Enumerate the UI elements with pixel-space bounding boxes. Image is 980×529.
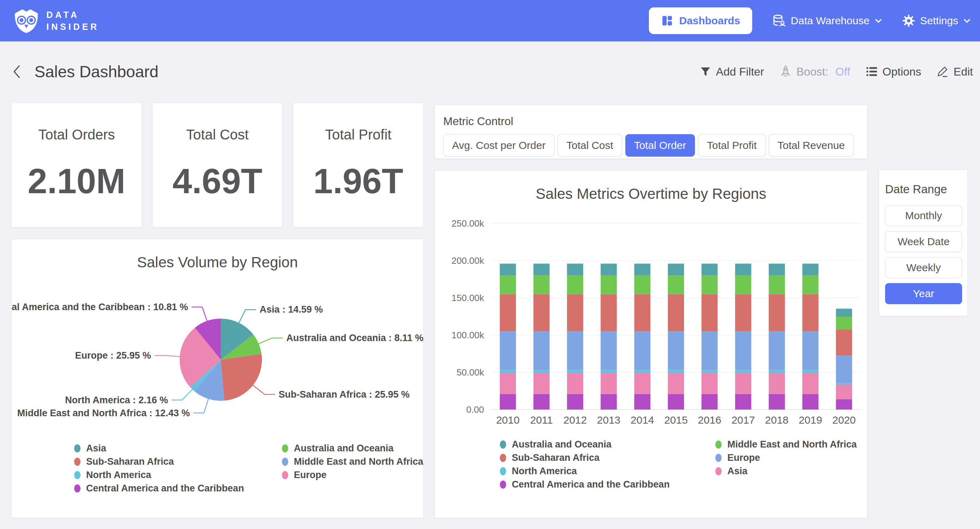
- legend-item-asia[interactable]: Asia: [74, 442, 240, 455]
- bar-segment-asia-2012[interactable]: [567, 373, 583, 394]
- metric-option-total-profit[interactable]: Total Profit: [698, 134, 765, 157]
- bar-segment-sub-saharan-africa-2010[interactable]: [500, 294, 516, 331]
- bar-segment-middle-east-and-north-africa-2020[interactable]: [836, 317, 852, 329]
- bar-segment-north-america-2020[interactable]: [836, 383, 852, 385]
- nav-data-warehouse-button[interactable]: Data Warehouse: [772, 14, 882, 28]
- bar-segment-north-america-2013[interactable]: [601, 370, 617, 373]
- bar-segment-asia-2010[interactable]: [500, 373, 516, 394]
- bar-segment-north-america-2016[interactable]: [702, 370, 718, 373]
- bar-segment-central-america-and-the-caribbean-2019[interactable]: [802, 394, 819, 410]
- bar-segment-asia-2017[interactable]: [735, 373, 751, 394]
- bar-segment-australia-and-oceania-2012[interactable]: [567, 264, 583, 276]
- bar-segment-central-america-and-the-caribbean-2020[interactable]: [836, 399, 852, 410]
- bar-segment-sub-saharan-africa-2020[interactable]: [836, 329, 852, 356]
- bar-segment-central-america-and-the-caribbean-2012[interactable]: [567, 394, 583, 410]
- bar-segment-asia-2019[interactable]: [802, 373, 819, 394]
- bar-segment-central-america-and-the-caribbean-2010[interactable]: [500, 394, 516, 410]
- metric-option-total-revenue[interactable]: Total Revenue: [769, 134, 854, 157]
- bar-segment-australia-and-oceania-2018[interactable]: [769, 264, 785, 276]
- bar-segment-central-america-and-the-caribbean-2013[interactable]: [601, 394, 617, 410]
- bar-segment-middle-east-and-north-africa-2013[interactable]: [601, 275, 617, 294]
- bar-segment-europe-2017[interactable]: [735, 331, 751, 370]
- add-filter-button[interactable]: Add Filter: [700, 65, 764, 78]
- boost-toggle[interactable]: Boost:Off: [780, 65, 850, 78]
- bar-segment-north-america-2017[interactable]: [735, 370, 751, 373]
- bar-segment-australia-and-oceania-2017[interactable]: [735, 264, 751, 276]
- bar-segment-sub-saharan-africa-2015[interactable]: [668, 294, 684, 331]
- date-range-option-monthly[interactable]: Monthly: [885, 205, 962, 226]
- back-button[interactable]: [11, 64, 22, 79]
- bar-segment-australia-and-oceania-2014[interactable]: [634, 264, 650, 276]
- bar-segment-middle-east-and-north-africa-2012[interactable]: [567, 275, 583, 294]
- legend-item-sub-saharan-africa[interactable]: Sub-Saharan Africa: [500, 451, 670, 464]
- date-range-option-year[interactable]: Year: [885, 283, 962, 304]
- legend-item-australia-and-oceania[interactable]: Australia and Oceania: [282, 442, 423, 455]
- bar-segment-central-america-and-the-caribbean-2017[interactable]: [735, 394, 751, 410]
- metric-option-total-cost[interactable]: Total Cost: [557, 134, 622, 157]
- legend-item-central-america-and-the-caribbean[interactable]: Central America and the Caribbean: [74, 481, 240, 495]
- bar-segment-middle-east-and-north-africa-2010[interactable]: [500, 275, 516, 294]
- bar-segment-middle-east-and-north-africa-2017[interactable]: [735, 275, 751, 294]
- metric-option-avg-cost-per-order[interactable]: Avg. Cost per Order: [443, 134, 554, 157]
- date-range-option-weekly[interactable]: Weekly: [885, 257, 962, 278]
- bar-segment-europe-2019[interactable]: [802, 331, 819, 370]
- bar-segment-central-america-and-the-caribbean-2011[interactable]: [534, 394, 550, 410]
- metric-option-total-order[interactable]: Total Order: [625, 134, 695, 157]
- legend-item-asia[interactable]: Asia: [715, 464, 857, 478]
- bar-segment-north-america-2018[interactable]: [769, 370, 785, 373]
- date-range-option-week-date[interactable]: Week Date: [885, 231, 962, 252]
- legend-item-europe[interactable]: Europe: [282, 468, 423, 481]
- bar-segment-europe-2013[interactable]: [601, 331, 617, 370]
- bar-segment-sub-saharan-africa-2011[interactable]: [534, 294, 550, 331]
- bar-segment-north-america-2014[interactable]: [634, 370, 650, 373]
- bar-segment-australia-and-oceania-2010[interactable]: [500, 264, 516, 276]
- bar-segment-asia-2018[interactable]: [769, 373, 785, 394]
- bar-segment-australia-and-oceania-2013[interactable]: [601, 264, 617, 276]
- bar-segment-europe-2016[interactable]: [702, 331, 718, 370]
- bar-segment-north-america-2019[interactable]: [802, 370, 819, 373]
- bar-segment-middle-east-and-north-africa-2016[interactable]: [702, 275, 718, 294]
- bar-segment-north-america-2015[interactable]: [668, 370, 684, 373]
- bar-segment-middle-east-and-north-africa-2014[interactable]: [634, 275, 650, 294]
- bar-segment-europe-2020[interactable]: [836, 356, 852, 383]
- bar-segment-sub-saharan-africa-2017[interactable]: [735, 294, 751, 331]
- legend-item-middle-east-and-north-africa[interactable]: Middle East and North Africa: [282, 455, 423, 468]
- bar-segment-europe-2014[interactable]: [634, 331, 650, 370]
- bar-segment-australia-and-oceania-2016[interactable]: [702, 264, 718, 276]
- bar-segment-europe-2012[interactable]: [567, 331, 583, 370]
- bar-segment-sub-saharan-africa-2019[interactable]: [802, 294, 819, 331]
- edit-button[interactable]: Edit: [937, 65, 973, 78]
- legend-item-australia-and-oceania[interactable]: Australia and Oceania: [500, 438, 670, 451]
- bar-segment-sub-saharan-africa-2016[interactable]: [702, 294, 718, 331]
- bar-segment-central-america-and-the-caribbean-2018[interactable]: [769, 394, 785, 410]
- legend-item-north-america[interactable]: North America: [74, 468, 240, 481]
- bar-segment-australia-and-oceania-2019[interactable]: [802, 264, 819, 276]
- bar-segment-europe-2018[interactable]: [769, 331, 785, 370]
- bar-segment-sub-saharan-africa-2013[interactable]: [601, 294, 617, 331]
- bar-segment-middle-east-and-north-africa-2018[interactable]: [769, 275, 785, 294]
- bar-segment-asia-2016[interactable]: [702, 373, 718, 394]
- bar-segment-asia-2020[interactable]: [836, 385, 852, 399]
- bar-segment-sub-saharan-africa-2018[interactable]: [769, 294, 785, 331]
- legend-item-north-america[interactable]: North America: [500, 464, 670, 478]
- bar-segment-asia-2013[interactable]: [601, 373, 617, 394]
- bar-segment-north-america-2011[interactable]: [534, 370, 550, 373]
- options-button[interactable]: Options: [866, 65, 921, 78]
- bar-segment-europe-2011[interactable]: [534, 331, 550, 370]
- bar-segment-north-america-2010[interactable]: [500, 370, 516, 373]
- legend-item-central-america-and-the-caribbean[interactable]: Central America and the Caribbean: [500, 478, 670, 491]
- bar-segment-asia-2011[interactable]: [534, 373, 550, 394]
- bar-segment-australia-and-oceania-2020[interactable]: [836, 309, 852, 317]
- bar-segment-asia-2014[interactable]: [634, 373, 650, 394]
- bar-segment-north-america-2012[interactable]: [567, 370, 583, 373]
- bar-segment-central-america-and-the-caribbean-2015[interactable]: [668, 394, 684, 410]
- bar-segment-europe-2010[interactable]: [500, 331, 516, 370]
- legend-item-sub-saharan-africa[interactable]: Sub-Saharan Africa: [74, 455, 240, 468]
- legend-item-middle-east-and-north-africa[interactable]: Middle East and North Africa: [715, 438, 857, 451]
- bar-segment-europe-2015[interactable]: [668, 331, 684, 370]
- bar-segment-central-america-and-the-caribbean-2016[interactable]: [702, 394, 718, 410]
- bar-segment-asia-2015[interactable]: [668, 373, 684, 394]
- bar-segment-central-america-and-the-caribbean-2014[interactable]: [634, 394, 650, 410]
- legend-item-europe[interactable]: Europe: [715, 451, 857, 464]
- bar-segment-australia-and-oceania-2011[interactable]: [534, 264, 550, 276]
